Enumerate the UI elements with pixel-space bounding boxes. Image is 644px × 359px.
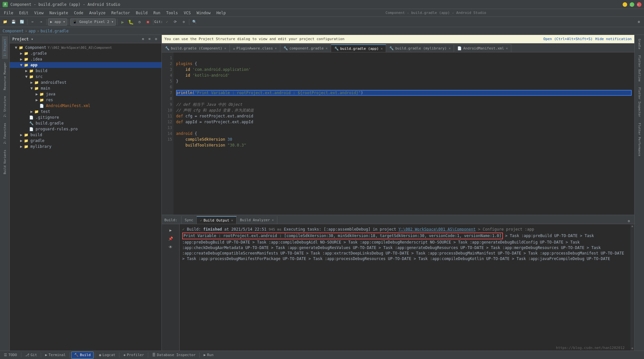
panel-locate-btn[interactable]: ⊕: [140, 36, 146, 42]
right-tab-gradle[interactable]: Gradle: [637, 36, 642, 52]
notification-open-link[interactable]: Open (Ctrl+Alt+Shift+S): [543, 37, 593, 41]
breadcrumb-file[interactable]: build.gradle: [40, 29, 69, 33]
git-update-btn[interactable]: ⟳: [172, 18, 179, 26]
menu-edit[interactable]: Edit: [17, 10, 31, 16]
tree-gitignore[interactable]: ▶ 📄 .gitignore: [10, 114, 161, 120]
tab-close-component[interactable]: ×: [224, 47, 226, 50]
tree-root[interactable]: ▼ 📁 Component Y:\002_WorkSpace\001_AS\Co…: [10, 45, 161, 50]
bottom-tab-analyzer-close[interactable]: ×: [272, 218, 274, 222]
build-pin-btn[interactable]: 📌: [167, 235, 174, 242]
tree-gradle[interactable]: ▶ 📁 .gradle: [10, 50, 161, 56]
breadcrumb-component[interactable]: Component: [3, 29, 24, 33]
menu-build[interactable]: Build: [133, 10, 150, 16]
tree-main[interactable]: ▼ 📁 main: [10, 85, 161, 91]
right-tab-flutter-outline[interactable]: Flutter Outline: [637, 53, 642, 84]
tab-androidmanifest[interactable]: 📄 AndroidManifest.xml ×: [454, 44, 511, 52]
toolbar-sync-btn[interactable]: 🔄: [18, 18, 26, 26]
tab-build-gradle-component[interactable]: 🔧 build.gradle (Component) ×: [162, 44, 230, 52]
tool-logcat[interactable]: ◉ Logcat: [96, 352, 118, 359]
tree-app-src[interactable]: ▼ 📁 src: [10, 74, 161, 80]
build-run-btn[interactable]: ▶: [167, 227, 174, 234]
tree-app-build[interactable]: ▶ 📁 build: [10, 68, 161, 74]
build-output[interactable]: ✓ Build: finished at 2021/5/14 22:51 945…: [180, 224, 630, 351]
git-check-btn[interactable]: ✓: [163, 18, 171, 26]
panel-settings-btn[interactable]: ⚙: [153, 36, 159, 42]
tree-res[interactable]: ▶ 📁 res: [10, 97, 161, 103]
stop-btn[interactable]: ■: [144, 18, 152, 26]
menu-window[interactable]: Window: [194, 10, 213, 16]
menu-refactor[interactable]: Refactor: [109, 10, 133, 16]
debug-btn[interactable]: 🐛: [127, 18, 135, 26]
bottom-tab-build-analyzer[interactable]: Build Analyzer ×: [237, 216, 277, 224]
bottom-tab-build-close[interactable]: ×: [231, 219, 233, 222]
right-tab-flutter-inspector[interactable]: Flutter Inspector: [637, 85, 642, 120]
menu-file[interactable]: File: [1, 10, 16, 16]
sidebar-tab-structure[interactable]: 2: Structure: [2, 93, 8, 120]
tab-close-mylibrary[interactable]: ×: [449, 47, 450, 50]
menu-help[interactable]: Help: [214, 10, 228, 16]
tab-close-component-gradle[interactable]: ×: [326, 47, 328, 50]
toolbar-save-btn[interactable]: 💾: [10, 18, 17, 26]
build-scrollbar[interactable]: ≡ ≡: [630, 224, 634, 351]
run-coverage-btn[interactable]: ◷: [136, 18, 143, 26]
tree-proguard[interactable]: ▶ 📄 proguard-rules.pro: [10, 126, 161, 132]
tree-build-gradle[interactable]: ▶ 🔧 build.gradle: [10, 120, 161, 126]
menu-view[interactable]: View: [32, 10, 46, 16]
bottom-tab-build-output[interactable]: ✓ Build Output ×: [197, 216, 237, 224]
sidebar-tab-build-variants[interactable]: Build Variants: [2, 147, 8, 177]
sidebar-tab-project[interactable]: 1: Project: [2, 36, 8, 59]
menu-analyze[interactable]: Analyze: [86, 10, 108, 16]
tree-mylibrary[interactable]: ▶ 📁 mylibrary: [10, 144, 161, 149]
search-everywhere-btn[interactable]: 🔍: [191, 18, 198, 26]
tree-java[interactable]: ▶ 📁 java: [10, 91, 161, 97]
menu-vcs[interactable]: VCS: [181, 10, 194, 16]
menu-tools[interactable]: Tools: [164, 10, 181, 16]
tree-androidtest[interactable]: ▶ 📁 androidTest: [10, 80, 161, 85]
menu-run[interactable]: Run: [151, 10, 163, 16]
code-content[interactable]: plugins { id 'com.android.application' i…: [173, 52, 634, 215]
tool-profiler[interactable]: ◈ Profiler: [121, 352, 147, 359]
sidebar-tab-favorites[interactable]: 2: Favorites: [2, 120, 8, 147]
notification-hide-link[interactable]: Hide notification: [595, 37, 632, 41]
tree-androidmanifest[interactable]: ▶ 📄 AndroidManifest.xml: [10, 103, 161, 109]
close-button[interactable]: ✕: [637, 2, 641, 7]
tab-close-pluginaware[interactable]: ×: [275, 47, 277, 50]
toolbar-open-btn[interactable]: 📁: [1, 18, 9, 26]
toolbar-forward-btn[interactable]: →: [37, 18, 45, 26]
settings-btn[interactable]: ⚙: [635, 18, 643, 26]
breadcrumb-app[interactable]: app: [28, 29, 36, 33]
tree-app[interactable]: ▼ 📁 app: [10, 62, 161, 68]
maximize-button[interactable]: □: [630, 2, 634, 7]
tab-build-gradle-mylibrary[interactable]: 🔧 build.gradle (mylibrary) ×: [386, 44, 454, 52]
tool-build[interactable]: 🔨 Build: [71, 352, 94, 359]
build-settings-btn[interactable]: ⚙: [626, 218, 632, 224]
tab-close-app[interactable]: ×: [381, 47, 383, 50]
device-dropdown[interactable]: 📱 Google Pixel 2 ▾: [70, 18, 116, 26]
app-dropdown[interactable]: ▶ app ▾: [48, 18, 67, 26]
tree-idea[interactable]: ▶ 📁 .idea: [10, 56, 161, 62]
tool-terminal[interactable]: ▶ Terminal: [42, 352, 68, 359]
right-tab-flutter-perf[interactable]: Flutter Performance: [637, 120, 642, 159]
tab-component-gradle[interactable]: 🔧 component.gradle ×: [280, 44, 331, 52]
tool-run[interactable]: ▶ Run: [201, 352, 216, 359]
build-filter-btn[interactable]: 👁: [167, 244, 174, 251]
tree-gradle-dir[interactable]: ▶ 📁 gradle: [10, 138, 161, 144]
toolbar-back-btn[interactable]: ←: [29, 18, 37, 26]
minimize-button[interactable]: ─: [623, 2, 627, 7]
tab-close-manifest[interactable]: ×: [506, 47, 508, 50]
git-history-btn[interactable]: ⊙: [180, 18, 188, 26]
panel-collapse-btn[interactable]: ≡: [147, 36, 152, 42]
sidebar-tab-resource[interactable]: Resource Manager: [2, 60, 8, 93]
tree-test[interactable]: ▶ 📁 test: [10, 109, 161, 114]
git-btn[interactable]: Git:: [155, 18, 162, 26]
run-btn[interactable]: ▶: [119, 18, 127, 26]
tab-build-gradle-app[interactable]: 🔧 build.gradle (app) ×: [331, 44, 386, 52]
bottom-tab-sync[interactable]: Sync: [182, 216, 197, 224]
tool-database[interactable]: 🗄 Database Inspector: [150, 352, 198, 359]
tool-todo[interactable]: ☰ TODO: [1, 352, 20, 359]
tool-git[interactable]: ⎇ Git: [23, 352, 40, 359]
menu-navigate[interactable]: Navigate: [47, 10, 71, 16]
tree-build-root[interactable]: ▶ 📁 build: [10, 132, 161, 138]
tab-pluginaware[interactable]: ☕ PluginAware.class ×: [230, 44, 280, 52]
menu-code[interactable]: Code: [72, 10, 86, 16]
